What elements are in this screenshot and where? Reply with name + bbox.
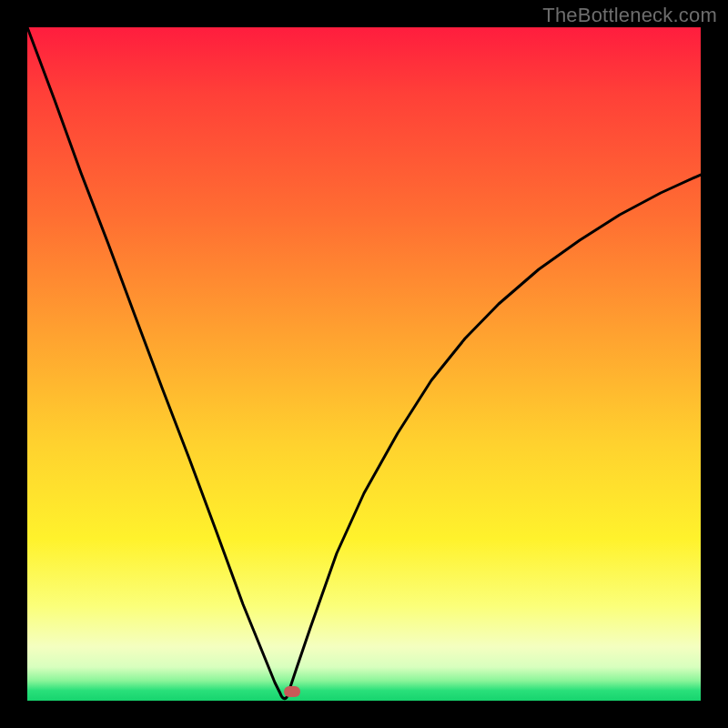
bottleneck-curve — [27, 27, 701, 701]
optimal-point-marker — [284, 686, 300, 697]
curve-path — [27, 27, 701, 699]
chart-plot-area — [27, 27, 701, 701]
watermark-text: TheBottleneck.com — [542, 4, 717, 27]
